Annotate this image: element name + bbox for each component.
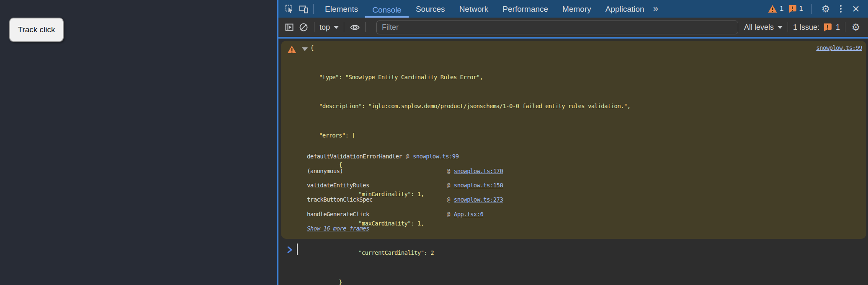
frame-source-link[interactable]: snowplow.ts:158 [454,182,503,189]
settings-gear-icon[interactable]: ⚙ [820,3,831,14]
separator [845,22,845,32]
issues-badge[interactable]: 1 [788,5,803,13]
log-levels-label: All levels [744,23,774,32]
device-toolbar-icon[interactable] [298,3,309,14]
separator [314,22,314,32]
frame-source-link[interactable]: snowplow.ts:273 [454,196,503,203]
console-settings-gear-icon[interactable]: ⚙ [850,22,861,33]
live-expression-eye-icon[interactable] [349,22,360,33]
warning-triangle-icon [768,5,777,13]
issue-bubble-icon [823,23,832,32]
browser-page-viewport: Track click [0,0,277,285]
stack-trace: defaultValidationErrorHandler @ snowplow… [307,149,861,236]
devtools-tabbar: Elements Console Sources Network Perform… [278,0,868,18]
separator [811,4,812,14]
prompt-chevron-icon [287,246,293,254]
frame-function: defaultValidationErrorHandler [307,153,402,160]
warning-triangle-icon [287,45,296,54]
console-warning-message: { snowplow.ts:99 "type": "Snowtype Entit… [281,41,866,239]
frame-function: (anonymous) [307,168,447,174]
chevron-down-icon [778,26,783,29]
issues-counter[interactable]: 1 Issue: 1 [793,23,840,32]
more-options-icon[interactable] [835,3,846,14]
separator [365,22,366,32]
json-line: "description": "iglu:com.snplow.demo/pro… [299,101,631,111]
json-line: "type": "Snowtype Entity Cardinality Rul… [299,73,631,82]
warnings-badge[interactable]: 1 [768,5,783,13]
more-tabs-icon[interactable]: » [653,3,658,14]
at-symbol: @ [447,168,450,174]
warning-count: 1 [780,5,783,13]
issues-count: 1 [836,23,840,32]
inspect-element-icon[interactable] [284,3,295,14]
filter-input[interactable] [376,21,738,34]
frame-source-link[interactable]: snowplow.ts:99 [413,153,459,160]
close-devtools-icon[interactable]: × [850,3,861,14]
issues-label: 1 Issue: [793,23,819,32]
track-click-button[interactable]: Track click [9,18,64,42]
json-open-brace: { [310,44,314,51]
context-selector[interactable]: top [319,23,339,32]
frame-source-link[interactable]: snowplow.ts:170 [454,168,503,174]
json-line: } [299,277,631,285]
stack-frame: validateEntityRules @ snowplow.ts:158 [307,178,861,192]
screenshot-stage: Track click Elements Console Sources [0,0,868,285]
stack-frame: defaultValidationErrorHandler @ snowplow… [307,149,861,163]
clear-console-icon[interactable] [298,22,309,33]
frame-function: handleGenerateClick [307,211,447,218]
console-messages-area[interactable]: { snowplow.ts:99 "type": "Snowtype Entit… [278,39,868,285]
stack-frame: trackButtonClickSpec @ snowplow.ts:273 [307,192,861,207]
tab-console[interactable]: Console [365,0,409,18]
text-cursor [297,244,298,255]
separator [788,22,788,32]
frame-function: trackButtonClickSpec [307,196,447,203]
chevron-down-icon [334,26,339,29]
at-symbol: @ [447,196,450,203]
show-more-frames-link[interactable]: Show 16 more frames [307,225,369,232]
context-selector-label: top [319,23,330,32]
frame-source-link[interactable]: App.tsx:6 [454,211,483,218]
issue-count: 1 [799,5,803,13]
show-more-frames-row: Show 16 more frames [307,221,861,236]
frame-function: validateEntityRules [307,182,447,189]
stack-frame: (anonymous) @ snowplow.ts:170 [307,163,861,178]
stack-frame: handleGenerateClick @ App.tsx:6 [307,207,861,221]
separator [344,22,344,32]
at-symbol: @ [447,182,450,189]
tab-network[interactable]: Network [452,0,496,18]
at-symbol: @ [447,211,450,218]
log-levels-selector[interactable]: All levels [744,23,783,32]
tab-sources[interactable]: Sources [409,0,452,18]
tab-application[interactable]: Application [598,0,652,18]
issue-bubble-icon [788,5,797,13]
tabbar-right-cluster: 1 1 ⚙ × [768,3,861,14]
source-location-link[interactable]: snowplow.ts:99 [816,44,862,51]
tab-memory[interactable]: Memory [555,0,598,18]
tab-performance[interactable]: Performance [495,0,555,18]
console-toolbar: top All levels 1 Issue: [278,18,868,37]
console-sidebar-icon[interactable] [284,22,295,33]
separator [313,4,314,14]
at-symbol: @ [406,153,409,160]
collapse-expander-icon[interactable] [302,47,308,51]
tab-elements[interactable]: Elements [318,0,365,18]
devtools-panel: Elements Console Sources Network Perform… [277,0,868,285]
console-prompt[interactable] [278,242,868,258]
json-line: "errors": [ [299,131,631,140]
